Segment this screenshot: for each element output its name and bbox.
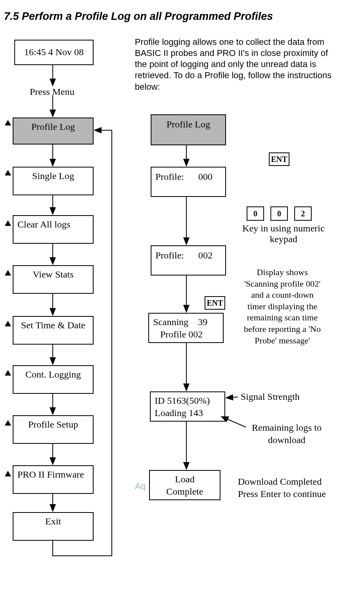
screen-loading: ID 5163(50%) Loading 143 [150, 391, 225, 422]
load-complete-l1: Load [175, 474, 194, 484]
menu-view-stats: View Stats [13, 265, 94, 294]
menu-profile-setup: Profile Setup [13, 415, 94, 444]
screen-load-complete: Load Complete [149, 470, 220, 500]
ent-key[interactable]: ENT [269, 152, 289, 166]
up-triangle-icon [5, 270, 11, 276]
screen-profile-log: Profile Log [151, 114, 226, 145]
up-triangle-icon [5, 420, 11, 426]
up-triangle-icon [5, 321, 11, 326]
keypad-digit[interactable]: 0 [270, 206, 288, 221]
menu-clear-all-logs: Clear All logs [13, 215, 94, 244]
profile-002-value: 002 [198, 250, 213, 260]
remaining-logs-label: Remaining logs to download [241, 422, 332, 446]
load-complete-l2: Complete [166, 486, 203, 497]
loading-count-line: Loading 143 [155, 408, 203, 418]
keypad-digit[interactable]: 0 [247, 206, 264, 221]
svg-line-15 [227, 397, 238, 398]
profile-000-value: 000 [198, 172, 213, 182]
keypad-caption: Key in using numeric keypad [238, 223, 329, 245]
download-completed-note: Download Completed Press Enter to contin… [238, 476, 326, 500]
time-date-box: 16:45 4 Nov 08 [14, 40, 94, 65]
up-triangle-icon [5, 170, 11, 175]
menu-exit: Exit [13, 512, 94, 541]
keypad-digit[interactable]: 2 [294, 206, 312, 221]
screen-profile-002: Profile: 002 [151, 245, 226, 276]
signal-strength-label: Signal Strength [241, 391, 300, 402]
menu-profile-log: Profile Log [13, 118, 94, 145]
scanning-label: Scanning [153, 317, 188, 327]
intro-paragraph: Profile logging allows one to collect th… [135, 37, 341, 92]
page: 7.5 Perform a Profile Log on all Program… [0, 0, 364, 607]
menu-set-time-date: Set Time & Date [13, 316, 94, 345]
profile-002-label: Profile: [155, 250, 184, 260]
watermark-text: Aq [135, 481, 146, 491]
scanning-profile-line: Profile 002 [160, 329, 203, 339]
up-triangle-icon [5, 471, 11, 476]
up-triangle-icon [5, 220, 11, 226]
profile-000-label: Profile: [155, 172, 184, 182]
menu-single-log: Single Log [13, 167, 94, 195]
screen-scanning: Scanning 39 Profile 002 [148, 313, 224, 343]
screen-profile-000: Profile: 000 [151, 167, 226, 197]
up-triangle-icon [5, 120, 11, 125]
up-triangle-icon [5, 370, 11, 376]
section-heading: 7.5 Perform a Profile Log on all Program… [4, 10, 273, 23]
press-menu-label: Press Menu [30, 87, 75, 97]
loading-id-line: ID 5163(50%) [155, 395, 210, 406]
scanning-note: Display shows 'Scanning profile 002' and… [231, 267, 334, 346]
scanning-countdown-value: 39 [198, 317, 207, 327]
ent-key[interactable]: ENT [205, 296, 225, 310]
menu-pro-ii-firmware: PRO II Firmware [13, 465, 94, 494]
menu-cont-logging: Cont. Logging [13, 365, 94, 394]
